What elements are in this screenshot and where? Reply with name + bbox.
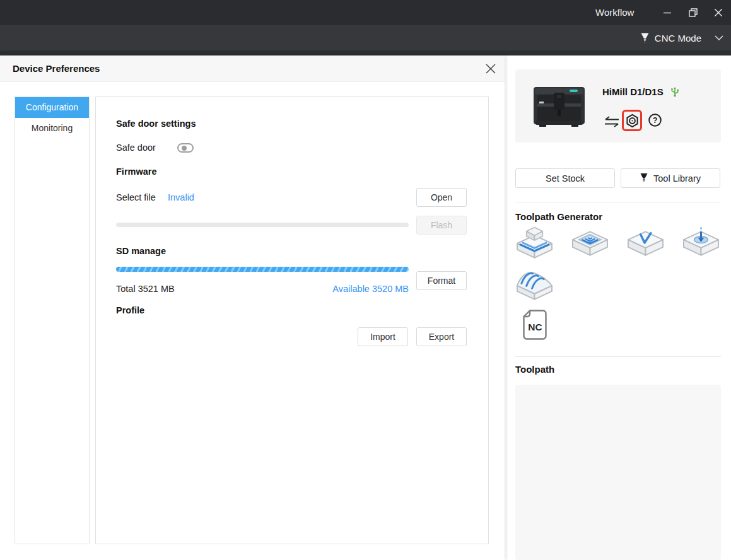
sd-usage-bar [116, 267, 409, 272]
relief-toolpath-icon[interactable] [516, 267, 553, 301]
transfer-icon[interactable] [604, 116, 619, 127]
dialog-close-icon[interactable] [485, 63, 496, 74]
tool-library-button[interactable]: Tool Library [621, 168, 720, 188]
mode-toolbar [0, 25, 731, 50]
device-preferences-dialog: Device Preferences Configuration Monitor… [0, 55, 505, 560]
device-image [533, 84, 585, 128]
sd-manage-heading: SD manage [116, 246, 166, 256]
help-icon[interactable]: ? [648, 114, 662, 127]
restore-icon [689, 8, 698, 17]
export-button[interactable]: Export [416, 327, 467, 346]
tab-monitoring[interactable]: Monitoring [15, 118, 89, 139]
settings-highlight-box [622, 110, 642, 131]
toggle-knob [182, 146, 187, 151]
chevron-down-icon [715, 35, 723, 40]
file-status-text: Invalid [168, 192, 194, 202]
drilling-toolpath-icon[interactable] [682, 226, 720, 260]
toolpath-list-panel [515, 385, 721, 560]
facing-toolpath-icon[interactable] [516, 226, 553, 260]
dialog-header: Device Preferences [0, 55, 505, 82]
divider [515, 202, 721, 202]
profile-heading: Profile [116, 305, 144, 315]
device-settings-icon[interactable] [626, 114, 639, 128]
restore-button[interactable] [681, 0, 706, 25]
mode-selector[interactable]: CNC Mode [637, 25, 727, 50]
device-name: HiMill D1/D1S [602, 86, 664, 97]
toolbar-strip [0, 50, 731, 55]
window-close-button[interactable] [706, 0, 731, 25]
safe-door-label: Safe door [116, 143, 156, 153]
dialog-title: Device Preferences [13, 55, 100, 82]
divider [515, 356, 721, 357]
window-titlebar: Workflow [0, 0, 731, 25]
format-button[interactable]: Format [416, 271, 467, 290]
toolpath-heading: Toolpath [515, 364, 554, 375]
safe-door-settings-heading: Safe door settings [116, 119, 196, 129]
select-file-label: Select file [116, 192, 156, 202]
flash-button[interactable]: Flash [416, 216, 467, 235]
firmware-heading: Firmware [116, 166, 156, 177]
usb-icon [670, 86, 680, 97]
sd-available-text: Available 3520 MB [332, 284, 409, 294]
minimize-icon [664, 9, 671, 16]
set-stock-label: Set Stock [546, 173, 585, 184]
vcarve-toolpath-icon[interactable] [627, 226, 664, 260]
device-card: HiMill D1/D1S [515, 69, 721, 143]
sd-total-text: Total 3521 MB [116, 284, 175, 294]
device-actions: ? [604, 110, 711, 135]
minimize-button[interactable] [655, 0, 680, 25]
toolpath-generator-heading: Toolpath Generator [515, 211, 602, 222]
workflow-sidebar: HiMill D1/D1S [508, 55, 731, 560]
tool-bit-icon [640, 173, 648, 184]
tab-configuration[interactable]: Configuration [15, 97, 89, 118]
safe-door-toggle[interactable] [177, 143, 194, 153]
mode-label: CNC Mode [655, 33, 701, 44]
nc-file-icon[interactable]: NC [523, 310, 547, 340]
set-stock-button[interactable]: Set Stock [515, 168, 615, 188]
tool-library-label: Tool Library [653, 173, 701, 184]
window-close-icon [715, 9, 722, 16]
firmware-progress-bar [116, 223, 409, 227]
drill-bit-icon [641, 33, 649, 44]
import-button[interactable]: Import [358, 327, 408, 346]
window-title: Workflow [595, 0, 634, 25]
nc-file-label: NC [528, 322, 542, 332]
svg-text:?: ? [653, 116, 658, 125]
configuration-panel: Safe door settings Safe door Firmware Se… [95, 96, 489, 544]
pocket-toolpath-icon[interactable] [571, 226, 609, 260]
open-button[interactable]: Open [416, 188, 467, 207]
dialog-tab-list: Configuration Monitoring [15, 96, 90, 544]
device-name-row: HiMill D1/D1S [602, 86, 680, 97]
